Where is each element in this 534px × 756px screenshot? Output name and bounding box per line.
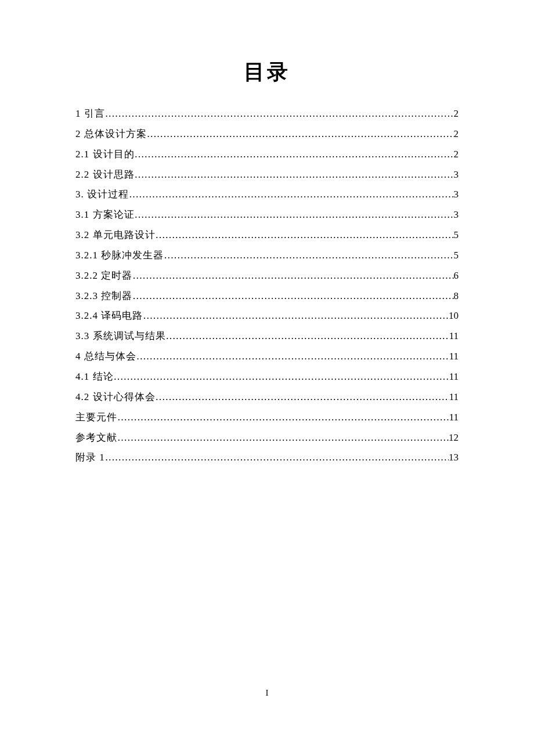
toc-leader [156,387,449,408]
toc-leader [166,326,449,347]
toc-label: 参考文献 [75,428,117,448]
toc-leader [105,448,449,468]
toc-leader [135,165,454,185]
toc-leader [147,124,454,145]
toc-page: 2 [454,104,459,124]
toc-label: 4.2 设计心得体会 [75,387,156,408]
toc-label: 3.2.3 控制器 [75,286,132,307]
toc-label: 3.2.1 秒脉冲发生器 [75,246,164,266]
toc-entry: 3. 设计过程 3 [75,185,459,205]
toc-page: 5 [454,246,459,266]
toc-entry: 2.2 设计思路 3 [75,165,459,185]
toc-page: 2 [454,145,459,165]
toc-page: 11 [449,387,459,408]
toc-label: 附录 1 [75,448,105,468]
toc-label: 3. 设计过程 [75,185,129,205]
toc-entry: 3.1 方案论证 3 [75,205,459,225]
toc-leader [164,246,453,266]
toc-label: 3.3 系统调试与结果 [75,326,166,347]
toc-entry: 4.1 结论 11 [75,367,459,387]
toc-leader [129,185,454,205]
toc-label: 2.1 设计目的 [75,145,135,165]
toc-leader [135,205,454,225]
toc-entry: 4.2 设计心得体会 11 [75,387,459,408]
toc-label: 3.1 方案论证 [75,205,135,225]
toc-label: 3.2.4 译码电路 [75,306,143,326]
toc-page: 11 [449,326,459,347]
toc-entry: 3.2 单元电路设计 5 [75,225,459,246]
toc-page: 6 [454,266,459,286]
toc-entry: 3.3 系统调试与结果 11 [75,326,459,347]
toc-leader [156,225,454,246]
toc-leader [135,145,454,165]
toc-entry: 3.2.3 控制器 8 [75,286,459,307]
toc-page: 11 [449,408,459,428]
toc-label: 2.2 设计思路 [75,165,135,185]
toc-leader [114,367,449,387]
toc-label: 2 总体设计方案 [75,124,147,145]
toc-entry: 2 总体设计方案 2 [75,124,459,145]
toc-label: 4 总结与体会 [75,347,136,367]
toc-label: 1 引言 [75,104,105,124]
toc-leader [132,286,453,307]
toc-label: 主要元件 [75,408,117,428]
toc-title: 目录 [75,58,459,87]
toc-label: 4.1 结论 [75,367,114,387]
toc-page: 5 [454,225,459,246]
toc-page: 13 [449,448,459,468]
toc-page: 11 [449,347,459,367]
toc-leader [143,306,449,326]
toc-entry: 3.2.2 定时器 6 [75,266,459,286]
toc-leader [117,428,449,448]
document-page: 目录 1 引言 2 2 总体设计方案 2 2.1 设计目的 2 2.2 设计思路… [0,0,534,468]
toc-leader [117,408,449,428]
toc-entry: 2.1 设计目的 2 [75,145,459,165]
toc-leader [136,347,449,367]
toc-page: 3 [454,205,459,225]
toc-entry: 3.2.1 秒脉冲发生器 5 [75,246,459,266]
toc-page: 3 [454,185,459,205]
toc-entry: 附录 1 13 [75,448,459,468]
toc-label: 3.2 单元电路设计 [75,225,156,246]
toc-label: 3.2.2 定时器 [75,266,132,286]
toc-page: 12 [449,428,459,448]
page-number: I [0,688,534,698]
toc-entry: 1 引言 2 [75,104,459,124]
toc-page: 2 [454,124,459,145]
toc-entry: 主要元件 11 [75,408,459,428]
toc-list: 1 引言 2 2 总体设计方案 2 2.1 设计目的 2 2.2 设计思路 3 … [75,104,459,468]
toc-entry: 3.2.4 译码电路 10 [75,306,459,326]
toc-leader [105,104,454,124]
toc-page: 10 [449,306,459,326]
toc-entry: 4 总结与体会 11 [75,347,459,367]
toc-page: 11 [449,367,459,387]
toc-entry: 参考文献 12 [75,428,459,448]
toc-leader [132,266,453,286]
toc-page: 8 [454,286,459,307]
toc-page: 3 [454,165,459,185]
